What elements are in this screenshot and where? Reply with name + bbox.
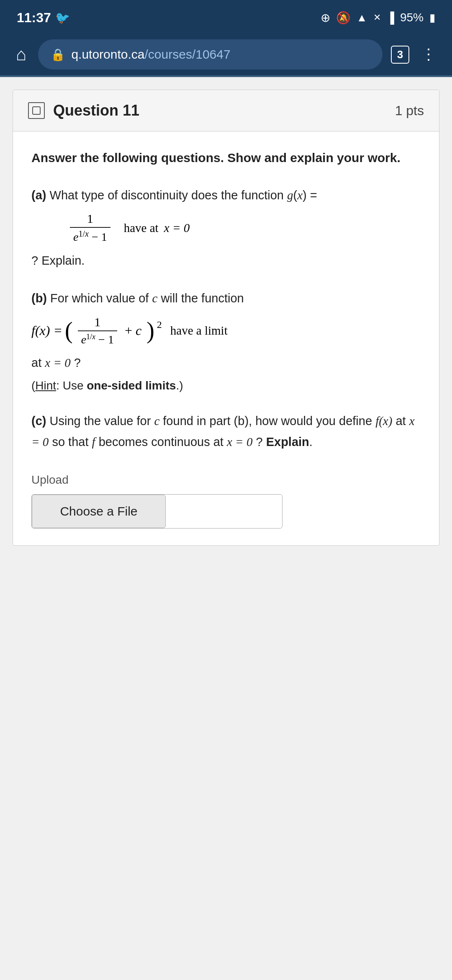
question-instructions: Answer the following questions. Show and…: [31, 148, 421, 167]
question-flag-icon[interactable]: [28, 102, 45, 119]
part-a-suffix: ? Explain.: [31, 251, 421, 270]
part-b-x-equals: x = 0: [45, 356, 70, 369]
status-icons: ⊕ 🔕 ▲ ✕ ▐ 95% ▮: [321, 11, 435, 25]
part-a-fraction: 1 e1/x − 1: [70, 211, 110, 244]
part-b-have-limit: have a limit: [170, 324, 228, 338]
part-c-text1: Using the value for: [50, 414, 154, 428]
part-a-label: (a): [31, 188, 46, 202]
choose-file-button[interactable]: Choose a File: [32, 495, 166, 528]
part-b-at-x: at x = 0 ?: [31, 353, 421, 372]
part-a-math: 1 e1/x − 1 have at x = 0: [31, 211, 421, 244]
part-b-label: (b): [31, 291, 47, 305]
nav-bar: ⌂ 🔒 q.utoronto.ca/courses/10647 3 ⋮: [0, 34, 452, 75]
part-b-open-paren: (: [65, 319, 73, 342]
bell-muted-icon: 🔕: [336, 11, 351, 25]
status-time-group: 11:37 🐦: [17, 10, 70, 26]
part-c-text5: becomes continuous at: [99, 435, 227, 449]
question-title: Question 11: [53, 102, 139, 119]
url-text: q.utoronto.ca/courses/10647: [71, 47, 230, 62]
home-button[interactable]: ⌂: [13, 41, 30, 68]
part-b-fraction: 1 e1/x − 1: [78, 315, 117, 346]
signal-icon: ▲: [357, 11, 367, 24]
part-b-denominator: e1/x − 1: [78, 333, 117, 346]
part-c-period: .: [309, 435, 313, 449]
part-c-text: (c) Using the value for c found in part …: [31, 411, 421, 452]
svg-rect-0: [33, 107, 40, 114]
lock-icon: 🔒: [51, 48, 65, 62]
part-a-text1: What type of discontinuity does the func…: [50, 188, 287, 202]
status-bar: 11:37 🐦 ⊕ 🔕 ▲ ✕ ▐ 95% ▮: [0, 0, 452, 34]
battery-icon: ▮: [429, 11, 435, 24]
question-body: Answer the following questions. Show and…: [13, 132, 439, 545]
page-content: Question 11 1 pts Answer the following q…: [0, 77, 452, 558]
part-a-x-eq-0: x = 0: [164, 221, 190, 235]
part-c-text4: so that: [52, 435, 92, 449]
part-a-x-var: x: [297, 188, 303, 202]
part-a: (a) What type of discontinuity does the …: [31, 186, 421, 270]
part-b-text1: For which value of: [50, 291, 152, 305]
part-b-text2: will the function: [161, 291, 244, 305]
part-a-g-of-x: g: [287, 188, 293, 202]
part-a-numerator: 1: [84, 211, 97, 226]
part-b-c-var: c: [152, 291, 157, 305]
part-b-hint: (Hint: Use one-sided limits.): [31, 379, 421, 392]
more-options-button[interactable]: ⋮: [418, 42, 439, 67]
file-input-row[interactable]: Choose a File: [31, 494, 282, 529]
wifi-icon: ▐: [387, 11, 394, 24]
battery-percent: 95%: [400, 11, 424, 24]
part-a-denominator: e1/x − 1: [70, 229, 110, 244]
part-c-text2: found in part (b), how would you define: [163, 414, 375, 428]
part-b-plus-c: + c: [125, 323, 141, 338]
question-card: Question 11 1 pts Answer the following q…: [13, 90, 439, 546]
part-b-fraction-bar: [78, 330, 117, 331]
question-title-row: Question 11: [28, 102, 395, 119]
part-a-text: (a) What type of discontinuity does the …: [31, 186, 421, 205]
part-b-exponent: 2: [157, 319, 162, 330]
file-name-display: [166, 497, 282, 526]
twitter-icon: 🐦: [55, 11, 70, 25]
part-a-have-at: have at: [124, 221, 162, 235]
part-c-c-var: c: [154, 414, 159, 428]
part-a-parens: (: [293, 188, 297, 202]
question-header: Question 11 1 pts: [13, 90, 439, 132]
mobile-data-icon: ✕: [373, 12, 381, 23]
part-c-fx-var: f(x): [375, 414, 392, 428]
part-c-text3: at: [396, 414, 409, 428]
status-time: 11:37: [17, 10, 51, 26]
part-b-text: (b) For which value of c will the functi…: [31, 289, 421, 308]
part-c-f-var: f: [92, 435, 95, 449]
part-c-explain: Explain: [266, 435, 309, 449]
part-b-math: f(x) = ( 1 e1/x − 1 + c ) 2 have a limit: [31, 315, 421, 346]
part-c: (c) Using the value for c found in part …: [31, 411, 421, 452]
part-c-label: (c): [31, 414, 46, 428]
circle-plus-icon: ⊕: [321, 11, 330, 25]
upload-section: Upload Choose a File: [31, 473, 421, 529]
url-domain: q.utoronto.ca: [71, 47, 144, 61]
part-b: (b) For which value of c will the functi…: [31, 289, 421, 392]
url-path: /courses/10647: [145, 47, 231, 61]
part-c-text6: ?: [256, 435, 266, 449]
question-points: 1 pts: [395, 103, 424, 119]
part-a-close: ): [303, 188, 307, 202]
upload-label: Upload: [31, 473, 421, 487]
url-bar[interactable]: 🔒 q.utoronto.ca/courses/10647: [38, 39, 383, 70]
part-c-x-equals2: x = 0: [227, 435, 252, 449]
tab-count-badge[interactable]: 3: [391, 46, 409, 64]
part-b-numerator: 1: [91, 315, 104, 329]
part-a-equals: =: [310, 188, 317, 202]
part-b-f-label: f(x) =: [31, 323, 62, 338]
part-b-close-paren: ): [146, 319, 154, 342]
part-a-fraction-bar: [70, 227, 110, 228]
